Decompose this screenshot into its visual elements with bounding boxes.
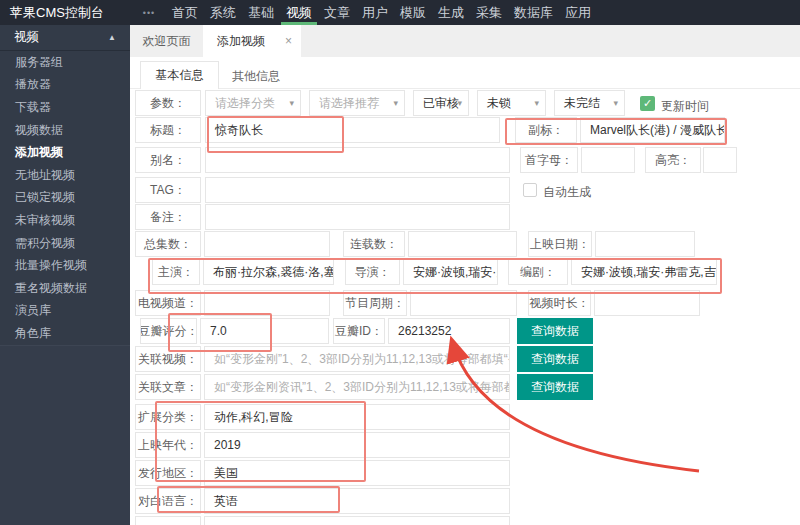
douban-score-label: 豆瓣评分： <box>140 318 197 344</box>
sidebar-item-duplicate-video[interactable]: 重名视频数据 <box>0 277 130 300</box>
menu-generate[interactable]: 生成 <box>432 0 470 25</box>
year-label: 上映年代： <box>135 432 201 458</box>
tab-other-info[interactable]: 其他信息 <box>232 68 280 85</box>
ext-category-input[interactable]: 动作,科幻,冒险 <box>204 404 510 430</box>
menu-article[interactable]: 文章 <box>318 0 356 25</box>
sidebar-item-no-address-video[interactable]: 无地址视频 <box>0 164 130 187</box>
duration-input[interactable] <box>594 290 700 316</box>
sidebar-item-actor-library[interactable]: 演员库 <box>0 300 130 323</box>
finish-select[interactable]: 未完结 ▾ <box>554 90 625 116</box>
episodes-input[interactable] <box>204 231 330 257</box>
query-related-article-button[interactable]: 查询数据 <box>517 374 593 400</box>
program-period-label: 节目周期： <box>343 290 407 316</box>
program-period-input[interactable] <box>410 290 517 316</box>
douban-id-input[interactable]: 26213252 <box>388 318 510 344</box>
menu-video[interactable]: 视频 <box>280 0 318 25</box>
tag-input[interactable] <box>205 177 510 203</box>
sidebar-item-player[interactable]: 播放器 <box>0 74 130 97</box>
recommend-select-value: 请选择推荐 <box>319 95 379 112</box>
sidebar-group-video[interactable]: 视频 ▲ <box>0 25 130 51</box>
sidebar-item-batch-video[interactable]: 批量操作视频 <box>0 254 130 277</box>
language-input[interactable]: 英语 <box>204 488 510 514</box>
related-video-placeholder: 如“变形金刚”1、2、3部ID分别为11,12,13或将每部都填“变形金刚” <box>214 351 510 368</box>
sidebar-item-locked-video[interactable]: 已锁定视频 <box>0 187 130 210</box>
douban-score-input[interactable]: 7.0 <box>200 318 329 344</box>
serial-input[interactable] <box>408 231 517 257</box>
subtitle-input[interactable]: Marvel队长(港) / 漫威队长 / <box>580 117 725 143</box>
category-select-value: 请选择分类 <box>215 95 275 112</box>
writer-label: 编剧： <box>508 259 568 285</box>
remarks-label: 备注： <box>135 204 201 230</box>
menu-user[interactable]: 用户 <box>356 0 394 25</box>
release-date-label: 上映日期： <box>528 231 592 257</box>
finish-select-value: 未完结 <box>564 95 600 112</box>
tag-label: TAG： <box>135 177 201 203</box>
menu-app[interactable]: 应用 <box>559 0 597 25</box>
tab-basic-info[interactable]: 基本信息 <box>140 61 219 89</box>
app-title: 苹果CMS控制台 <box>0 4 132 22</box>
menu-system[interactable]: 系统 <box>204 0 242 25</box>
serial-label: 连载数： <box>343 231 405 257</box>
lock-select-value: 未锁 <box>487 95 511 112</box>
recommend-select[interactable]: 请选择推荐 ▾ <box>309 90 405 116</box>
alias-label: 别名： <box>135 147 201 173</box>
initial-label: 首字母： <box>520 147 578 173</box>
params-label: 参数： <box>135 90 201 116</box>
chevron-down-icon: ▾ <box>457 98 462 108</box>
tv-channel-input[interactable] <box>204 290 330 316</box>
sidebar-item-unreviewed-video[interactable]: 未审核视频 <box>0 209 130 232</box>
chevron-down-icon: ▾ <box>613 98 618 108</box>
lock-select[interactable]: 未锁 ▾ <box>477 90 546 116</box>
subtitle-label: 副标： <box>515 117 577 143</box>
chevron-down-icon: ▾ <box>534 98 539 108</box>
alias-input[interactable] <box>205 147 510 173</box>
related-article-label: 关联文章： <box>135 374 201 400</box>
director-input[interactable]: 安娜·波顿,瑞安·弗雷克 <box>403 259 498 285</box>
duration-label: 视频时长： <box>528 290 591 316</box>
partial-row-label <box>135 516 201 525</box>
related-video-input[interactable]: 如“变形金刚”1、2、3部ID分别为11,12,13或将每部都填“变形金刚” <box>204 346 510 372</box>
remarks-input[interactable] <box>205 204 510 230</box>
ext-category-label: 扩展分类： <box>135 404 201 430</box>
title-input[interactable]: 惊奇队长 <box>205 117 500 143</box>
close-icon[interactable]: × <box>277 34 292 48</box>
sidebar-item-role-library[interactable]: 角色库 <box>0 322 130 345</box>
check-icon: ✓ <box>643 97 652 110</box>
partial-row-input[interactable] <box>204 516 510 525</box>
auto-generate-checkbox[interactable] <box>523 183 537 197</box>
menu-basic[interactable]: 基础 <box>242 0 280 25</box>
category-select[interactable]: 请选择分类 ▾ <box>205 90 301 116</box>
tab-add-video[interactable]: 添加视频 × <box>203 25 301 57</box>
sidebar-item-video-data[interactable]: 视频数据 <box>0 119 130 142</box>
douban-id-label: 豆瓣ID： <box>333 318 385 344</box>
menu-dots-icon[interactable]: ••• <box>132 8 166 18</box>
starring-input[interactable]: 布丽·拉尔森,裘德·洛,塞缪尔·杰 <box>203 259 334 285</box>
highlight-input[interactable] <box>703 147 737 173</box>
release-date-input[interactable] <box>595 231 695 257</box>
year-input[interactable]: 2019 <box>204 432 510 458</box>
tab-welcome-page[interactable]: 欢迎页面 <box>130 25 203 57</box>
update-time-label: 更新时间 <box>661 98 709 115</box>
menu-template[interactable]: 模版 <box>394 0 432 25</box>
sidebar-item-add-video[interactable]: 添加视频 <box>0 141 130 164</box>
menu-home[interactable]: 首页 <box>166 0 204 25</box>
topbar: 苹果CMS控制台 ••• 首页 系统 基础 视频 文章 用户 模版 生成 采集 … <box>0 0 800 25</box>
sidebar-item-downloader[interactable]: 下载器 <box>0 96 130 119</box>
highlight-label: 高亮： <box>645 147 701 173</box>
update-time-checkbox[interactable]: ✓ <box>640 96 655 111</box>
sidebar-filler <box>0 345 130 525</box>
menu-collect[interactable]: 采集 <box>470 0 508 25</box>
sidebar-item-server-group[interactable]: 服务器组 <box>0 51 130 74</box>
query-douban-button[interactable]: 查询数据 <box>517 318 593 344</box>
director-label: 导演： <box>345 259 400 285</box>
auto-generate-label: 自动生成 <box>543 184 591 201</box>
menu-database[interactable]: 数据库 <box>508 0 559 25</box>
region-input[interactable]: 美国 <box>204 460 510 486</box>
writer-input[interactable]: 安娜·波顿,瑞安·弗雷克,吉内瓦 <box>571 259 717 285</box>
query-related-video-button[interactable]: 查询数据 <box>517 346 593 372</box>
sidebar-item-points-video[interactable]: 需积分视频 <box>0 232 130 255</box>
related-article-input[interactable]: 如“变形金刚资讯”1、2、3部ID分别为11,12,13或将每部都填“变形金刚资… <box>204 374 510 400</box>
episodes-label: 总集数： <box>135 231 201 257</box>
audit-select[interactable]: 已审核 ▾ <box>413 90 469 116</box>
initial-input[interactable] <box>581 147 635 173</box>
